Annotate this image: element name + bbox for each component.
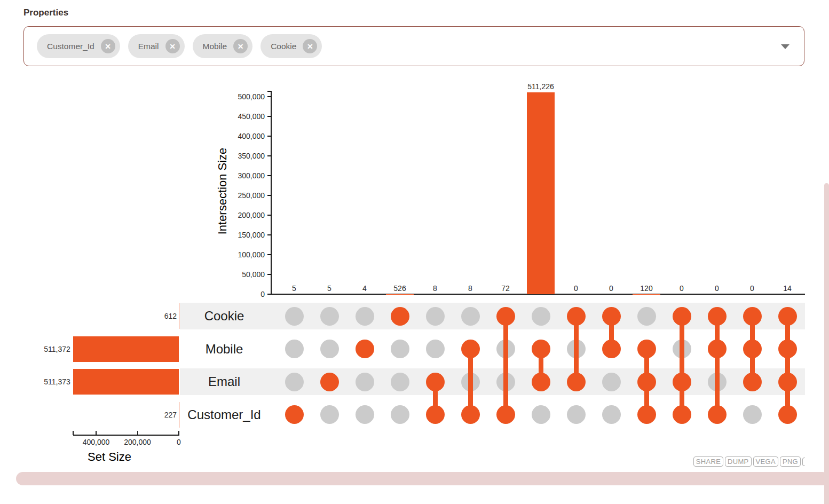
y-axis-tick-label: 300,000 xyxy=(238,171,265,180)
matrix-dot-active xyxy=(532,340,550,358)
matrix-dot-active xyxy=(285,405,304,424)
upset-plot: 050,000100,000150,000200,000250,000300,0… xyxy=(0,69,829,470)
matrix-dot-active xyxy=(778,307,797,326)
matrix-dot-active xyxy=(461,340,480,358)
properties-select-box[interactable]: Customer_Id✕Email✕Mobile✕Cookie✕ xyxy=(23,26,804,66)
matrix-dot xyxy=(532,307,550,326)
remove-chip-icon[interactable]: ✕ xyxy=(165,39,180,53)
matrix-dot xyxy=(356,373,374,391)
intersection-count-label: 14 xyxy=(766,284,809,293)
horizontal-scrollbar[interactable] xyxy=(16,472,829,485)
matrix-connector xyxy=(503,316,508,415)
set-axis-tick xyxy=(96,431,97,435)
matrix-dot-active xyxy=(602,307,621,326)
set-size-label: 227 xyxy=(164,411,177,420)
set-size-bar[interactable] xyxy=(73,369,179,395)
matrix-dot-active xyxy=(356,340,374,358)
set-row-label: Mobile xyxy=(181,342,267,357)
vertical-scrollbar[interactable] xyxy=(824,183,829,504)
property-chip: Mobile✕ xyxy=(193,34,253,58)
y-axis-tick-label: 100,000 xyxy=(238,250,265,259)
matrix-dot-active xyxy=(496,307,515,326)
dump-button[interactable]: DUMP xyxy=(725,456,751,467)
set-axis-tick-label: 0 xyxy=(155,438,203,447)
set-axis-tick-label: 200,000 xyxy=(114,438,162,447)
matrix-dot-active xyxy=(426,405,445,424)
set-size-label: 511,373 xyxy=(44,377,70,387)
intersection-bar[interactable] xyxy=(527,92,555,294)
chip-list: Customer_Id✕Email✕Mobile✕Cookie✕ xyxy=(37,34,322,58)
matrix-dot-active xyxy=(673,307,691,326)
matrix-dot xyxy=(356,405,374,424)
property-chip: Customer_Id✕ xyxy=(37,34,120,58)
matrix-dot-active xyxy=(778,405,797,424)
set-axis-tick xyxy=(137,431,138,435)
set-row-label: Email xyxy=(181,374,267,389)
upset-page: { "properties_panel": { "label": "Proper… xyxy=(0,0,829,504)
property-chip-label: Mobile xyxy=(203,42,227,51)
matrix-dot xyxy=(426,307,445,326)
matrix-dot xyxy=(461,307,480,326)
matrix-dot xyxy=(426,340,445,358)
matrix-dot xyxy=(602,373,621,391)
property-chip: Cookie✕ xyxy=(260,34,322,58)
set-row-label: Customer_Id xyxy=(181,407,267,422)
matrix-dot-active xyxy=(567,307,586,326)
matrix-dot-active xyxy=(778,373,797,391)
set-size-label: 612 xyxy=(164,312,177,321)
matrix-dot xyxy=(567,405,586,424)
matrix-dot-active xyxy=(673,373,691,391)
matrix-connector xyxy=(680,316,684,415)
property-chip: Email✕ xyxy=(128,34,185,58)
matrix-dot-active xyxy=(673,405,691,424)
y-axis-tick-label: 0 xyxy=(260,290,265,299)
set-size-label: 511,372 xyxy=(44,345,70,354)
matrix-dot xyxy=(285,307,304,326)
matrix-dot xyxy=(320,405,339,424)
matrix-dot-active xyxy=(743,340,762,358)
y-axis-line xyxy=(271,91,272,295)
vega-button[interactable]: VEGA xyxy=(753,456,778,467)
set-axis-line xyxy=(73,435,179,436)
intersection-axis-title: Intersection Size xyxy=(216,111,231,271)
matrix-dot xyxy=(356,307,374,326)
matrix-dot-active xyxy=(743,373,762,391)
remove-chip-icon[interactable]: ✕ xyxy=(303,39,317,53)
remove-chip-icon[interactable]: ✕ xyxy=(233,39,248,53)
matrix-dot xyxy=(320,307,339,326)
matrix-dot xyxy=(391,340,409,358)
matrix-dot-active xyxy=(708,340,727,358)
intersection-count-label: 511,226 xyxy=(519,82,562,91)
matrix-dot-active xyxy=(637,405,656,424)
clipped-button[interactable] xyxy=(802,458,805,466)
y-axis-tick-label: 400,000 xyxy=(238,132,265,141)
set-size-bar[interactable] xyxy=(73,336,179,362)
y-axis-tick-label: 450,000 xyxy=(238,112,265,121)
matrix-dot-active xyxy=(496,405,515,424)
matrix-connector xyxy=(574,316,579,382)
matrix-dot-active xyxy=(532,373,550,391)
matrix-dot-active xyxy=(391,307,409,326)
matrix-dot-active xyxy=(743,307,762,326)
set-row-label: Cookie xyxy=(181,309,267,324)
matrix-dot xyxy=(637,307,656,326)
remove-chip-icon[interactable]: ✕ xyxy=(101,39,115,53)
matrix-dot xyxy=(285,373,304,391)
matrix-dot-active xyxy=(602,340,621,358)
chevron-down-icon[interactable] xyxy=(781,44,789,49)
set-axis-tick-label: 400,000 xyxy=(72,438,120,447)
matrix-dot xyxy=(285,340,304,358)
y-axis-tick-label: 500,000 xyxy=(238,92,265,101)
matrix-dot-active xyxy=(426,373,445,391)
matrix-dot xyxy=(391,405,409,424)
y-axis-tick-label: 50,000 xyxy=(242,270,265,279)
matrix-dot-active xyxy=(567,373,586,391)
share-button[interactable]: SHARE xyxy=(693,456,723,467)
matrix-dot-active xyxy=(320,373,339,391)
matrix-dot-active xyxy=(637,340,656,358)
matrix-dot xyxy=(320,340,339,358)
matrix-dot xyxy=(532,405,550,424)
matrix-dot xyxy=(391,373,409,391)
properties-label: Properties xyxy=(23,7,68,18)
png-button[interactable]: PNG xyxy=(780,456,801,467)
